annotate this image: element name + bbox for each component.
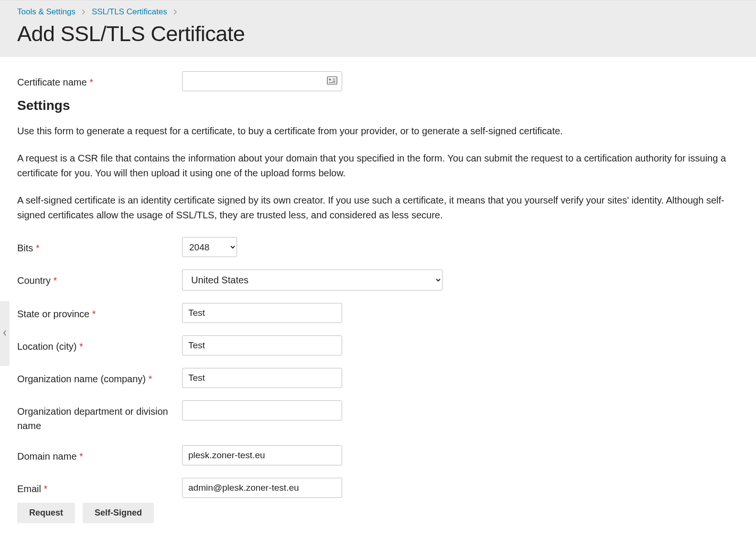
button-row: Request Self-Signed xyxy=(17,503,739,523)
label-bits: Bits * xyxy=(17,237,182,255)
contact-card-icon xyxy=(327,76,337,86)
label-email: Email * xyxy=(17,478,182,496)
row-country: Country * United States xyxy=(17,269,739,291)
sidebar-collapse-toggle[interactable] xyxy=(0,301,10,366)
label-city: Location (city) * xyxy=(17,335,182,354)
row-state: State or province * xyxy=(17,303,739,323)
required-marker: * xyxy=(89,77,93,87)
org-unit-input[interactable] xyxy=(182,400,342,420)
row-email: Email * xyxy=(17,478,739,498)
row-org: Organization name (company) * xyxy=(17,368,739,388)
city-input[interactable] xyxy=(182,335,342,355)
label-domain: Domain name * xyxy=(17,445,182,463)
required-marker: * xyxy=(44,484,48,494)
org-input[interactable] xyxy=(182,368,342,388)
description-p1: Use this form to generate a request for … xyxy=(17,124,739,139)
label-cert-name: Certificate name * xyxy=(17,71,182,89)
required-marker: * xyxy=(79,451,83,462)
settings-heading: Settings xyxy=(17,98,739,113)
country-select[interactable]: United States xyxy=(182,269,443,291)
label-org-unit: Organization department or division name xyxy=(17,400,182,433)
domain-input[interactable] xyxy=(182,445,342,465)
page-title: Add SSL/TLS Certificate xyxy=(17,22,756,46)
chevron-left-icon xyxy=(3,330,7,337)
request-button[interactable]: Request xyxy=(17,503,75,523)
content-area: Certificate name * Settings Use this for… xyxy=(0,57,756,523)
chevron-right-icon xyxy=(173,9,178,16)
chevron-right-icon xyxy=(81,9,86,16)
row-city: Location (city) * xyxy=(17,335,739,355)
email-input[interactable] xyxy=(182,478,342,498)
required-marker: * xyxy=(92,309,96,319)
required-marker: * xyxy=(149,374,152,384)
cert-name-input[interactable] xyxy=(182,71,342,91)
breadcrumb-link-ssl[interactable]: SSL/TLS Certificates xyxy=(92,7,167,17)
state-input[interactable] xyxy=(182,303,342,323)
row-org-unit: Organization department or division name xyxy=(17,400,739,433)
self-signed-button[interactable]: Self-Signed xyxy=(83,503,154,523)
svg-rect-1 xyxy=(329,79,331,81)
description-p2: A request is a CSR file that contains th… xyxy=(17,151,739,181)
page-header: Tools & Settings SSL/TLS Certificates Ad… xyxy=(0,0,756,57)
label-org: Organization name (company) * xyxy=(17,368,182,386)
row-cert-name: Certificate name * xyxy=(17,71,739,91)
required-marker: * xyxy=(36,243,40,253)
breadcrumb-link-tools[interactable]: Tools & Settings xyxy=(17,7,76,17)
row-domain: Domain name * xyxy=(17,445,739,465)
required-marker: * xyxy=(54,275,57,286)
label-state: State or province * xyxy=(17,303,182,321)
required-marker: * xyxy=(79,341,83,352)
breadcrumb: Tools & Settings SSL/TLS Certificates xyxy=(17,3,756,17)
label-country: Country * xyxy=(17,269,182,288)
bits-select[interactable]: 2048 xyxy=(182,237,237,257)
description-p3: A self-signed certificate is an identity… xyxy=(17,193,739,223)
row-bits: Bits * 2048 xyxy=(17,237,739,257)
